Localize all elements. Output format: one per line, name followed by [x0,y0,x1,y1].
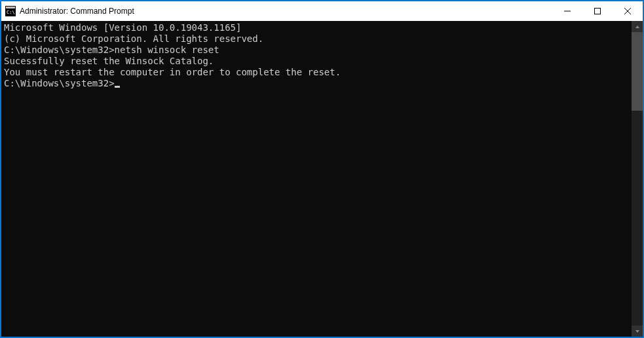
minimize-button[interactable] [552,1,582,21]
vertical-scrollbar[interactable] [632,21,643,337]
window-controls [552,1,643,21]
prompt-text: C:\Windows\system32> [4,45,115,55]
console-line: Microsoft Windows [Version 10.0.19043.11… [4,22,629,33]
scroll-thumb[interactable] [632,32,643,111]
console-line: C:\Windows\system32> [4,78,629,89]
cmd-window: C:\ Administrator: Command Prompt Micros… [1,1,643,337]
console-line: C:\Windows\system32>netsh winsock reset [4,45,629,56]
console-line: You must restart the computer in order t… [4,67,629,78]
scroll-down-icon[interactable] [632,326,643,337]
svg-rect-5 [595,9,601,14]
cmd-icon: C:\ [5,6,16,16]
console-line: Sucessfully reset the Winsock Catalog. [4,56,629,67]
titlebar[interactable]: C:\ Administrator: Command Prompt [1,1,643,21]
window-title: Administrator: Command Prompt [20,7,552,16]
cursor [115,86,120,88]
prompt-text: C:\Windows\system32> [4,78,115,88]
svg-marker-9 [635,330,639,333]
console-output[interactable]: Microsoft Windows [Version 10.0.19043.11… [1,21,632,337]
svg-text:C:\: C:\ [7,10,15,15]
close-button[interactable] [613,1,643,21]
console-line: (c) Microsoft Corporation. All rights re… [4,33,629,45]
svg-rect-1 [6,7,15,9]
maximize-button[interactable] [582,1,613,21]
command-text: netsh winsock reset [115,45,219,55]
console-container: Microsoft Windows [Version 10.0.19043.11… [1,21,643,337]
svg-marker-8 [635,26,639,28]
scroll-up-icon[interactable] [632,21,643,32]
